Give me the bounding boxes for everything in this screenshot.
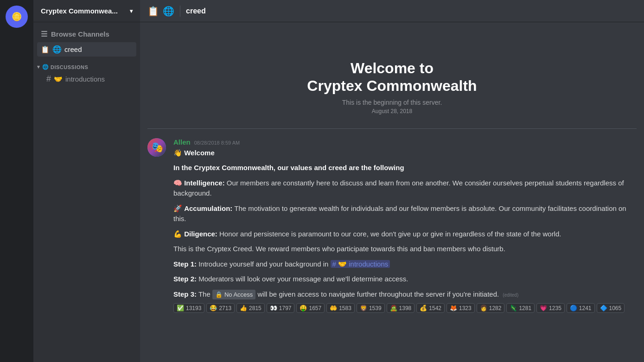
intelligence-label: Intelligence:: [184, 179, 225, 187]
server-icon[interactable]: 🪙: [6, 6, 28, 28]
topbar-divider: [180, 6, 180, 17]
browse-channels-button[interactable]: ☰ Browse Channels: [33, 26, 140, 42]
reaction-count: 1797: [279, 305, 292, 311]
reaction-count: 2815: [249, 305, 261, 311]
no-access-badge: 🔒 No Access: [212, 290, 255, 300]
channel-handshake-emoji: 🤝: [54, 75, 63, 83]
message-timestamp: 08/28/2018 8:59 AM: [194, 140, 240, 146]
reaction-count: 1241: [579, 305, 592, 311]
reaction-item[interactable]: 👍2815: [236, 303, 265, 313]
reaction-emoji: 👀: [270, 305, 277, 311]
introductions-channel-name: introductions: [65, 75, 105, 83]
greeting-label: Welcome: [184, 149, 215, 157]
reaction-item[interactable]: 🦁1539: [357, 303, 385, 313]
reaction-count: 13193: [186, 305, 201, 311]
chevron-down-icon: ▾: [130, 8, 133, 14]
reaction-count: 1539: [369, 305, 382, 311]
step3-text: The: [198, 290, 212, 298]
intelligence-text: Our members are constantly here to discu…: [173, 179, 624, 197]
server-icon-sidebar: 🪙: [0, 0, 33, 362]
category-name: DISCUSSIONS: [51, 64, 88, 70]
lock-emoji: 🔒: [215, 290, 223, 299]
category-globe-emoji: 🌐: [42, 64, 49, 70]
reaction-count: 1657: [309, 305, 321, 311]
step3-text2: will be given access to navigate further…: [258, 290, 499, 298]
greeting-emoji: 👋: [173, 149, 182, 157]
reaction-item[interactable]: 🦊1323: [446, 303, 475, 313]
reaction-emoji: 🦊: [450, 305, 457, 311]
reaction-count: 1235: [549, 305, 561, 311]
reaction-item[interactable]: 💰1542: [416, 303, 445, 313]
creed-text: This is the Cryptex Creed. We reward mem…: [173, 244, 637, 254]
reaction-emoji: 🔵: [570, 305, 577, 311]
introductions-channel-link[interactable]: # 🤝 introductions: [331, 260, 390, 268]
message-area[interactable]: Welcome to Cryptex Commonwealth This is …: [140, 22, 644, 362]
reaction-emoji: 👍: [240, 305, 247, 311]
reaction-count: 1281: [519, 305, 531, 311]
step1-label: Step 1:: [173, 260, 197, 268]
welcome-section: Welcome to Cryptex Commonwealth This is …: [147, 22, 637, 129]
channel-globe-emoji: 🌐: [52, 45, 62, 54]
reaction-emoji: 💗: [540, 305, 547, 311]
message-text: 👋 Welcome In the Cryptex Commonwealth, o…: [173, 148, 637, 300]
category-chevron-icon: ▾: [37, 64, 40, 70]
channel-doc-icon: 📋: [41, 45, 50, 54]
welcome-title-line1: Welcome to Cryptex Commonwealth: [157, 59, 627, 95]
step2-label: Step 2:: [173, 275, 197, 283]
reaction-item[interactable]: 💗1235: [536, 303, 565, 313]
reaction-item[interactable]: 🤑1657: [296, 303, 325, 313]
avatar: 🎭: [147, 138, 166, 157]
reaction-emoji: 🔷: [600, 305, 607, 311]
accumulation-emoji: 🚀: [173, 204, 182, 212]
reaction-item[interactable]: 🔷1065: [597, 303, 625, 313]
channel-sidebar: Cryptex Commonwea... ▾ ☰ Browse Channels…: [33, 0, 140, 362]
browse-icon: ☰: [41, 30, 47, 38]
reaction-count: 1398: [399, 305, 412, 311]
channel-list: ☰ Browse Channels 📋 🌐 creed ▾ 🌐 DISCUSSI…: [33, 22, 140, 362]
welcome-subtitle: This is the beginning of this server.: [157, 99, 627, 106]
step1-text: Introduce yourself and your background i…: [198, 260, 330, 268]
reaction-item[interactable]: 👀1797: [267, 303, 295, 313]
reaction-emoji: 😂: [210, 305, 217, 311]
reaction-item[interactable]: 👩1282: [477, 303, 505, 313]
topbar: 📋 🌐 creed: [140, 0, 644, 22]
step1-hash: #: [332, 260, 336, 268]
reaction-count: 1323: [459, 305, 472, 311]
reaction-count: 1542: [429, 305, 441, 311]
reaction-count: 2713: [219, 305, 231, 311]
step1-channel-name: introductions: [349, 260, 388, 268]
step1-emoji: 🤝: [338, 260, 347, 268]
reaction-emoji: 🦎: [510, 305, 517, 311]
creed-intro: In the Cryptex Commonwealth, our values …: [173, 164, 404, 171]
diligence-label: Diligence:: [184, 230, 217, 238]
channel-item-introductions[interactable]: # 🤝 introductions: [37, 72, 136, 86]
no-access-label: No Access: [224, 290, 253, 299]
reaction-emoji: 👩: [480, 305, 487, 311]
active-channel-name: creed: [64, 45, 82, 53]
diligence-text: Honor and persistence is paramount to ou…: [217, 230, 561, 238]
reaction-emoji: ✅: [177, 305, 184, 311]
reaction-item[interactable]: 🤲1583: [326, 303, 355, 313]
reaction-item[interactable]: ✅13193: [173, 303, 204, 313]
reaction-emoji: 💰: [420, 305, 427, 311]
reaction-count: 1282: [489, 305, 502, 311]
reaction-emoji: 🤲: [330, 305, 337, 311]
reaction-emoji: 🦁: [360, 305, 367, 311]
reaction-item[interactable]: 🔵1241: [567, 303, 595, 313]
topbar-globe-icon: 🌐: [163, 6, 174, 17]
message-author: Allen: [173, 138, 191, 146]
main-content: 📋 🌐 creed Welcome to Cryptex Commonwealt…: [140, 0, 644, 362]
category-header-discussions[interactable]: ▾ 🌐 DISCUSSIONS: [33, 57, 140, 72]
step3-label: Step 3:: [173, 290, 197, 298]
active-channel-item[interactable]: 📋 🌐 creed: [37, 42, 136, 57]
accumulation-text: The motivation to generate wealth for in…: [173, 204, 626, 223]
reaction-item[interactable]: 🧟1398: [387, 303, 415, 313]
server-header[interactable]: Cryptex Commonwea... ▾: [33, 0, 140, 22]
reactions-container: ✅13193😂2713👍2815👀1797🤑1657🤲1583🦁1539🧟139…: [173, 303, 637, 313]
reaction-item[interactable]: 🦎1281: [506, 303, 535, 313]
diligence-emoji: 💪: [173, 230, 182, 238]
avatar-image: 🎭: [147, 138, 166, 157]
reaction-emoji: 🤑: [300, 305, 307, 311]
reaction-item[interactable]: 😂2713: [206, 303, 235, 313]
reaction-count: 1065: [609, 305, 622, 311]
